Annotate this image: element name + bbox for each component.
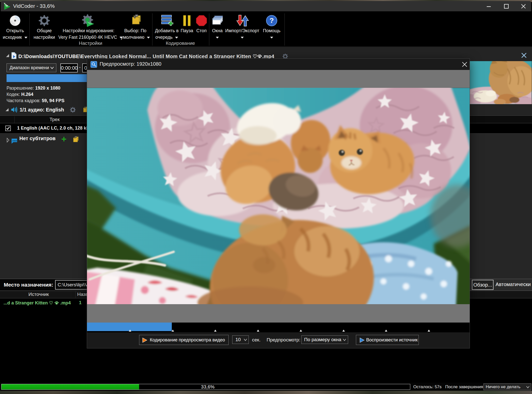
svg-text:?: ? [269, 17, 274, 24]
